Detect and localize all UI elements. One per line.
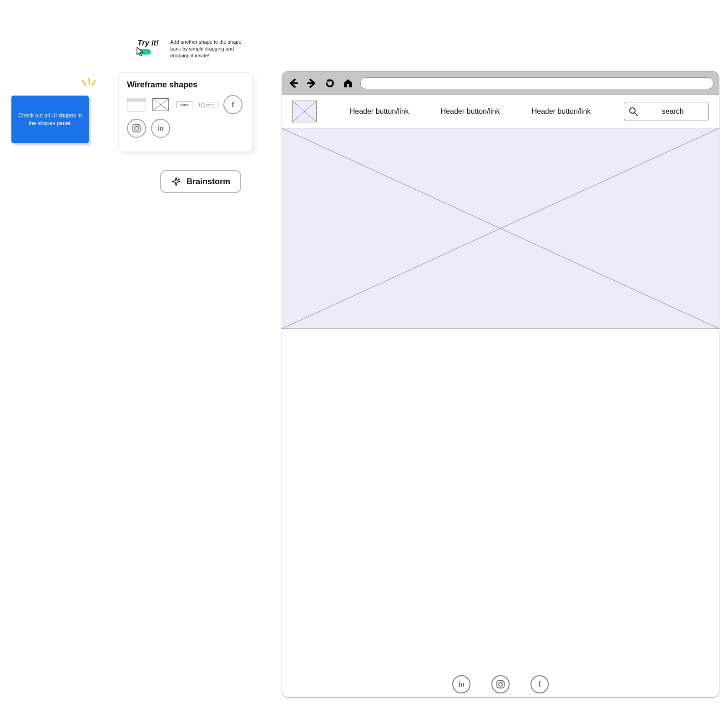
tryit-callout: Try it! Add another shape to the shape b… (137, 39, 256, 56)
browser-mockup: Header button/link Header button/link He… (282, 71, 719, 698)
svg-point-7 (138, 126, 139, 126)
shape-facebook-icon[interactable]: f (223, 95, 243, 114)
shape-search-field[interactable]: search (199, 102, 218, 107)
accent-lines (80, 78, 98, 92)
search-box[interactable]: search (624, 102, 709, 121)
search-icon (629, 107, 638, 116)
header-link-3[interactable]: Header button/link (531, 107, 591, 116)
svg-point-18 (502, 682, 503, 682)
brainstorm-button[interactable]: Brainstorm (160, 170, 241, 193)
home-icon[interactable] (342, 77, 354, 89)
shape-browser-window[interactable] (127, 98, 146, 111)
forward-icon[interactable] (306, 77, 318, 89)
sparkle-icon (171, 177, 181, 187)
site-header: Header button/link Header button/link He… (282, 95, 719, 128)
footer: in f (282, 672, 719, 697)
tip-text: Check out all UI shapes in the shapes pa… (18, 112, 82, 126)
tryit-body: Add another shape to the shape bank by s… (170, 39, 250, 59)
shape-bank-panel[interactable]: Wireframe shapes Button search f in (118, 72, 253, 152)
search-placeholder: search (642, 107, 704, 116)
svg-rect-16 (497, 681, 504, 688)
svg-point-17 (499, 682, 502, 686)
refresh-icon[interactable] (324, 77, 336, 89)
shape-instagram-icon[interactable] (127, 119, 146, 138)
svg-line-2 (92, 81, 95, 86)
svg-point-6 (135, 126, 138, 130)
footer-linkedin-icon[interactable]: in (452, 675, 470, 693)
tip-card: Check out all UI shapes in the shapes pa… (11, 96, 89, 143)
shape-linkedin-icon[interactable]: in (151, 119, 170, 138)
shape-bank-title: Wireframe shapes (127, 80, 244, 90)
header-link-1[interactable]: Header button/link (350, 107, 409, 116)
footer-facebook-icon[interactable]: f (531, 675, 549, 693)
browser-toolbar (282, 72, 719, 95)
shape-image-placeholder[interactable] (152, 98, 169, 111)
url-bar[interactable] (360, 77, 713, 89)
brainstorm-label: Brainstorm (187, 177, 230, 187)
header-link-2[interactable]: Header button/link (441, 107, 500, 116)
hero-image-placeholder[interactable] (282, 128, 719, 329)
logo-placeholder[interactable] (292, 101, 317, 122)
svg-line-1 (89, 78, 90, 85)
svg-rect-5 (133, 125, 140, 132)
cursor-icon (136, 47, 145, 57)
header-nav: Header button/link Header button/link He… (330, 107, 610, 116)
shape-button[interactable]: Button (176, 101, 193, 108)
footer-instagram-icon[interactable] (491, 675, 510, 693)
svg-line-0 (82, 80, 86, 86)
svg-line-13 (635, 113, 637, 116)
svg-point-12 (630, 108, 635, 113)
back-icon[interactable] (288, 77, 299, 89)
